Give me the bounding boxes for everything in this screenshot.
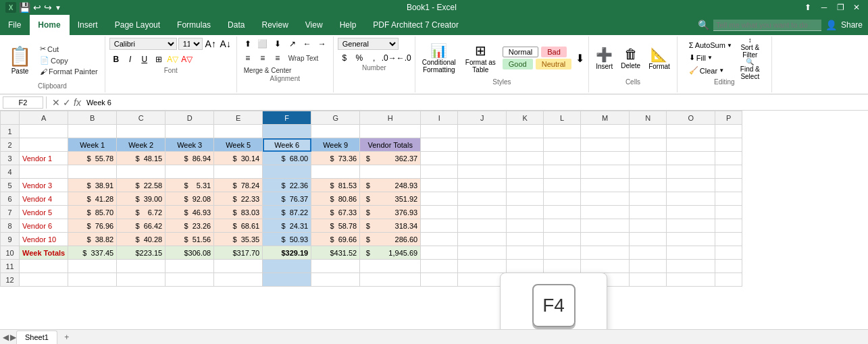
- cell-E5[interactable]: $ 78.24: [214, 179, 263, 192]
- share-label[interactable]: Share: [841, 20, 863, 30]
- cell-G9[interactable]: $ 69.66: [311, 233, 360, 246]
- cell-M2[interactable]: [581, 138, 630, 152]
- cell-P8[interactable]: [715, 219, 742, 233]
- cell-H6[interactable]: $ 351.92: [360, 192, 421, 206]
- comma-btn[interactable]: ,: [367, 52, 381, 64]
- cell-C10[interactable]: $223.15: [117, 246, 165, 260]
- cell-P10[interactable]: [715, 246, 742, 260]
- col-header-G[interactable]: G: [311, 111, 360, 125]
- cell-F5[interactable]: $ 22.36: [263, 179, 311, 192]
- decrease-font-btn[interactable]: A↓: [219, 38, 232, 50]
- cell-C4[interactable]: [117, 165, 165, 179]
- cell-C9[interactable]: $ 40.28: [117, 233, 165, 246]
- sort-filter-btn[interactable]: ↕ Sort &Filter: [738, 37, 763, 57]
- cell-P3[interactable]: [715, 152, 742, 165]
- cell-K2[interactable]: [507, 138, 544, 152]
- cell-P9[interactable]: [715, 233, 742, 246]
- cell-N11[interactable]: [630, 260, 667, 273]
- cell-H1[interactable]: [360, 125, 421, 138]
- cell-B6[interactable]: $ 41.28: [68, 192, 117, 206]
- cell-L9[interactable]: [544, 233, 581, 246]
- cell-E3[interactable]: $ 30.14: [214, 152, 263, 165]
- cell-D4[interactable]: [165, 165, 214, 179]
- paste-button[interactable]: 📋 Paste: [4, 44, 36, 76]
- cell-I1[interactable]: [421, 125, 458, 138]
- cell-N12[interactable]: [630, 273, 667, 287]
- cell-G7[interactable]: $ 67.33: [311, 206, 360, 219]
- cell-I10[interactable]: [421, 246, 458, 260]
- cell-I8[interactable]: [421, 219, 458, 233]
- cell-M6[interactable]: [581, 192, 630, 206]
- merge-center-btn[interactable]: Merge & Center: [241, 66, 295, 75]
- cell-N2[interactable]: [630, 138, 667, 152]
- cell-G1[interactable]: [311, 125, 360, 138]
- cell-F9[interactable]: $ 50.93: [263, 233, 311, 246]
- col-header-M[interactable]: M: [581, 111, 630, 125]
- cell-A7[interactable]: Vendor 5: [20, 206, 68, 219]
- cell-J11[interactable]: [458, 260, 507, 273]
- cell-J12[interactable]: [458, 273, 507, 287]
- increase-font-btn[interactable]: A↑: [204, 38, 218, 50]
- quick-access-save[interactable]: 💾: [19, 2, 30, 13]
- cell-I5[interactable]: [421, 179, 458, 192]
- underline-btn[interactable]: U: [138, 53, 151, 65]
- cell-A1[interactable]: [20, 125, 68, 138]
- cell-J4[interactable]: [458, 165, 507, 179]
- cell-N8[interactable]: [630, 219, 667, 233]
- align-right-btn[interactable]: ≡: [271, 52, 284, 64]
- cell-O5[interactable]: [667, 179, 715, 192]
- cell-D9[interactable]: $ 51.56: [165, 233, 214, 246]
- cell-N4[interactable]: [630, 165, 667, 179]
- row-header-12[interactable]: 12: [1, 273, 20, 287]
- cell-E7[interactable]: $ 83.03: [214, 206, 263, 219]
- cell-F8[interactable]: $ 24.31: [263, 219, 311, 233]
- minimize-btn[interactable]: ─: [818, 2, 830, 13]
- col-header-I[interactable]: I: [421, 111, 458, 125]
- cell-A4[interactable]: [20, 165, 68, 179]
- cell-E9[interactable]: $ 35.35: [214, 233, 263, 246]
- cell-J2[interactable]: [458, 138, 507, 152]
- cell-N3[interactable]: [630, 152, 667, 165]
- cell-B2[interactable]: Week 1: [68, 138, 117, 152]
- cell-O12[interactable]: [667, 273, 715, 287]
- col-header-H[interactable]: H: [360, 111, 421, 125]
- cell-O3[interactable]: [667, 152, 715, 165]
- cell-L5[interactable]: [544, 179, 581, 192]
- indent-decrease-btn[interactable]: ←: [301, 38, 314, 50]
- row-header-6[interactable]: 6: [1, 192, 20, 206]
- cell-M3[interactable]: [581, 152, 630, 165]
- col-header-L[interactable]: L: [544, 111, 581, 125]
- cell-I6[interactable]: [421, 192, 458, 206]
- cell-M7[interactable]: [581, 206, 630, 219]
- tab-file[interactable]: File: [0, 15, 30, 35]
- orientation-btn[interactable]: ↗: [286, 38, 299, 50]
- cell-H7[interactable]: $ 376.93: [360, 206, 421, 219]
- cell-C1[interactable]: [117, 125, 165, 138]
- cell-A9[interactable]: Vendor 10: [20, 233, 68, 246]
- indent-increase-btn[interactable]: →: [315, 38, 329, 50]
- cell-N5[interactable]: [630, 179, 667, 192]
- close-btn[interactable]: ✕: [850, 2, 863, 13]
- scroll-left-btn[interactable]: ◀: [3, 333, 9, 342]
- cell-H11[interactable]: [360, 260, 421, 273]
- scroll-right-btn[interactable]: ▶: [10, 333, 16, 342]
- cell-B10[interactable]: $ 337.45: [68, 246, 117, 260]
- cell-D2[interactable]: Week 3: [165, 138, 214, 152]
- cell-H4[interactable]: [360, 165, 421, 179]
- cell-E11[interactable]: [214, 260, 263, 273]
- font-name-select[interactable]: Calibri: [109, 38, 177, 50]
- cell-F6[interactable]: $ 76.37: [263, 192, 311, 206]
- cell-J1[interactable]: [458, 125, 507, 138]
- cell-D6[interactable]: $ 92.08: [165, 192, 214, 206]
- tab-formulas[interactable]: Formulas: [169, 15, 220, 35]
- cell-E10[interactable]: $317.70: [214, 246, 263, 260]
- format-btn[interactable]: 📐 Format: [646, 38, 673, 78]
- cell-N6[interactable]: [630, 192, 667, 206]
- col-header-P[interactable]: P: [715, 111, 742, 125]
- cell-C12[interactable]: [117, 273, 165, 287]
- cell-K1[interactable]: [507, 125, 544, 138]
- copy-button[interactable]: 📄 Copy: [37, 55, 101, 65]
- col-header-E[interactable]: E: [214, 111, 263, 125]
- cell-A6[interactable]: Vendor 4: [20, 192, 68, 206]
- cell-A11[interactable]: [20, 260, 68, 273]
